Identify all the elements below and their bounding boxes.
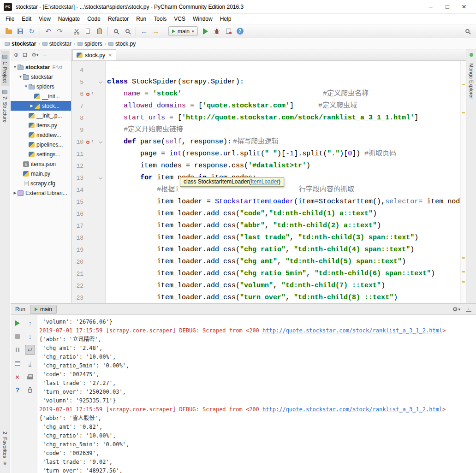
menu-view[interactable]: View [35,14,54,24]
breadcrumb-item-spiders[interactable]: spiders [77,41,102,47]
run-tab-main[interactable]: main [30,305,57,314]
hide-console-button[interactable]: ↓ [466,307,471,312]
expanded-arrow-icon[interactable]: ▼ [18,75,23,79]
tree-item-stockstar[interactable]: ▼stockstarE:\st [11,62,71,72]
breadcrumb-item-stockstar[interactable]: stockstar [42,41,71,47]
tree-item-__init-[interactable]: __init... [11,91,71,101]
clear-console-button[interactable] [25,385,35,395]
cut-button[interactable] [71,26,82,37]
collapse-all-button[interactable]: ⊟ [23,52,27,58]
collapsed-arrow-icon[interactable]: ▶ [12,191,18,195]
menu-tools[interactable]: Tools [150,14,170,24]
error-stripe-mark[interactable] [462,271,465,272]
error-stripe-mark[interactable] [462,281,465,283]
editor-tab-stock-py[interactable]: stock.py × [72,49,116,60]
replace-button[interactable] [122,26,133,37]
gutter-row: 21 [71,268,105,280]
itemloader-link[interactable]: ItemLoader [250,178,279,185]
run-button[interactable] [200,26,211,37]
tool-tab-structure[interactable]: 7: Structure [1,86,9,126]
back-button[interactable]: ← [138,26,150,37]
tool-tab-favorites[interactable]: 2: Favorites ★ [1,428,9,470]
code-area[interactable]: class StockSpider(scrapy.Spider): name =… [106,61,466,303]
tree-item-__init_-p-[interactable]: __init_.p... [11,111,71,120]
forward-button[interactable]: → [150,26,161,37]
breadcrumb-item-stock-py[interactable]: stock.py [108,41,136,47]
undo-button[interactable]: ↶ [42,26,54,37]
menu-code[interactable]: Code [83,14,104,24]
inspection-status-icon[interactable] [470,53,473,57]
fold-marker-icon[interactable] [99,79,102,83]
override-marker-icon[interactable]: ↑ [86,139,94,145]
find-button[interactable] [110,26,122,37]
rerun-button[interactable] [12,318,23,328]
tab-close-icon[interactable]: × [108,52,112,59]
tree-item-External-Librari-[interactable]: ▶External Librari... [11,188,71,198]
menu-run[interactable]: Run [132,14,150,24]
print-button[interactable] [25,372,35,382]
tree-item-main-py[interactable]: main.py [11,169,71,178]
tree-item-settings-[interactable]: settings... [11,149,71,159]
tree-item-stock-[interactable]: ▶stock... [11,101,71,111]
error-stripe-mark[interactable] [462,112,465,113]
menu-window[interactable]: Window [189,14,216,24]
scroll-to-source-button[interactable]: ⊕ [14,52,18,58]
restore-layout-button[interactable] [12,358,23,368]
sync-button[interactable]: ↻ [26,26,37,37]
expanded-arrow-icon[interactable]: ▼ [24,84,29,89]
maximize-button[interactable]: □ [439,1,456,13]
menu-file[interactable]: File [2,14,18,24]
copy-button[interactable] [82,26,94,37]
search-everywhere-button[interactable] [462,26,473,37]
tree-item-stockstar[interactable]: ▼stockstar [11,72,71,82]
tree-item-items-py[interactable]: items.py [11,120,71,130]
menu-help[interactable]: Help [216,14,235,24]
hide-panel-button[interactable]: ─ [42,52,47,58]
menu-refactor[interactable]: Refactor [104,14,132,24]
collapsed-arrow-icon[interactable]: ▶ [29,104,34,108]
debug-button[interactable] [211,26,223,37]
settings-gear-icon[interactable]: ⚙▾ [31,52,38,58]
tool-tab-project[interactable]: 1: Project [1,51,9,86]
error-stripe-mark[interactable] [462,84,465,85]
close-console-button[interactable]: × [12,372,23,382]
tree-item-spiders[interactable]: ▼spiders [11,82,71,91]
pause-button[interactable] [12,345,23,355]
save-button[interactable] [14,26,26,37]
scroll-to-end-button[interactable]: ↓ [25,358,35,368]
python-file-icon [29,113,35,118]
stop-button[interactable] [12,331,23,342]
editor-body[interactable]: 456↑78910↑11121314151617181920212223 cla… [71,61,466,303]
fold-marker-icon[interactable] [99,175,102,179]
tree-item-pipelines-[interactable]: pipelines... [11,140,71,149]
tool-tab-mongo-explorer[interactable]: Mongo Explorer [468,59,475,103]
coverage-button[interactable] [223,26,234,37]
console-link[interactable]: http://quote.stockstar.com/stock/ranklis… [262,327,442,334]
error-stripe-mark[interactable] [462,257,465,259]
soft-wrap-toggle[interactable]: ↵ [25,345,35,355]
run-configuration-select[interactable]: main ▾ [168,26,198,36]
console-output[interactable]: 'volumn': '26766.06'}2019-07-01 17:15:59… [37,315,476,473]
console-help-button[interactable]: ? [12,385,23,395]
override-marker-icon[interactable]: ↑ [86,91,94,97]
redo-button[interactable]: ↷ [54,26,65,37]
help-button[interactable]: ? [234,26,246,37]
tree-item-scrapy-cfg[interactable]: scrapy.cfg [11,178,71,188]
console-settings-button[interactable]: ⚙▾ [452,306,460,313]
paste-button[interactable] [94,26,105,37]
code-reference-link[interactable]: StockstarItemLoader [215,198,294,206]
breadcrumb-item-stockstar[interactable]: stockstar [5,41,36,47]
menu-edit[interactable]: Edit [18,14,35,24]
console-link[interactable]: http://quote.stockstar.com/stock/ranklis… [262,406,442,413]
minimize-button[interactable]: – [422,1,439,13]
expanded-arrow-icon[interactable]: ▼ [12,65,18,69]
open-button[interactable] [3,26,14,37]
fold-marker-icon[interactable] [99,139,102,143]
down-stack-button[interactable]: ↓ [25,331,35,342]
up-stack-button[interactable]: ↑ [25,318,35,328]
menu-navigate[interactable]: Navigate [54,14,83,24]
tree-item-middlew-[interactable]: middlew... [11,130,71,140]
tree-item-items-json[interactable]: items.json [11,159,71,169]
close-button[interactable]: × [456,1,472,13]
menu-vcs[interactable]: VCS [170,14,189,24]
